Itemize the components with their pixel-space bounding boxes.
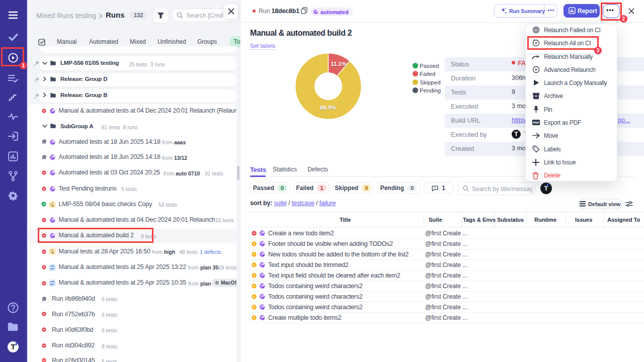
svg-text:11.1%: 11.1% xyxy=(331,61,347,67)
svg-text:PDF: PDF xyxy=(533,121,539,124)
svg-text:88.9%: 88.9% xyxy=(320,105,337,111)
